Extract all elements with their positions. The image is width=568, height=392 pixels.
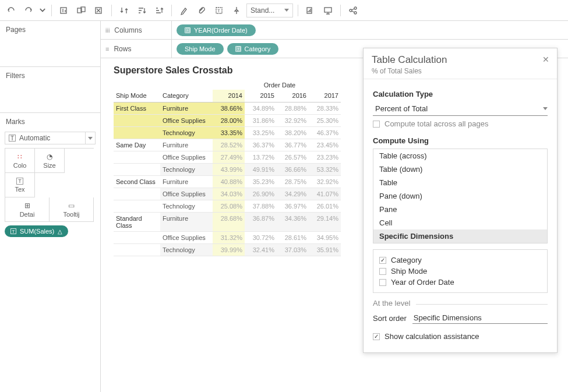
compute-option[interactable]: Pane (down) (373, 189, 547, 203)
data-cell[interactable]: 34.89% (245, 103, 277, 115)
data-cell[interactable]: 28.33% (309, 103, 341, 115)
data-cell[interactable]: 39.99% (213, 244, 245, 256)
sort-order-select[interactable]: Specific Dimensions (412, 312, 548, 324)
data-cell[interactable]: 34.29% (277, 188, 309, 200)
show-me-button[interactable] (303, 3, 318, 17)
attach-button[interactable] (194, 3, 209, 17)
category-cell[interactable]: Technology (160, 200, 213, 213)
data-cell[interactable]: 29.14% (309, 213, 341, 232)
undo-button[interactable] (3, 3, 19, 17)
data-cell[interactable]: 49.91% (245, 164, 277, 176)
ship-mode-cell[interactable] (114, 115, 160, 127)
data-cell[interactable]: 38.20% (277, 127, 309, 139)
data-cell[interactable]: 37.03% (277, 244, 309, 256)
redo-dropdown[interactable] (38, 3, 47, 17)
data-cell[interactable]: 23.45% (309, 139, 341, 151)
data-cell[interactable]: 31.32% (213, 232, 245, 244)
category-cell[interactable]: Technology (160, 127, 213, 139)
data-cell[interactable]: 28.68% (213, 213, 245, 232)
ship-mode-cell[interactable]: Same Day (114, 139, 160, 151)
column-header[interactable]: Category (160, 90, 213, 103)
data-cell[interactable]: 23.23% (309, 151, 341, 164)
column-header[interactable]: 2014 (213, 90, 245, 103)
category-cell[interactable]: Office Supplies (160, 232, 213, 244)
clear-sheet-button[interactable] (91, 3, 107, 17)
data-cell[interactable]: 26.01% (309, 200, 341, 213)
sort-asc-button[interactable] (134, 3, 149, 17)
data-cell[interactable]: 31.86% (245, 115, 277, 127)
sort-desc-button[interactable] (151, 3, 167, 17)
data-cell[interactable]: 38.66% (213, 103, 245, 115)
filters-shelf[interactable] (0, 82, 100, 112)
fit-select[interactable]: Stand... (246, 3, 293, 17)
data-cell[interactable]: 28.00% (213, 115, 245, 127)
category-cell[interactable]: Office Supplies (160, 115, 213, 127)
ship-mode-cell[interactable] (114, 244, 160, 256)
data-cell[interactable]: 41.07% (309, 188, 341, 200)
ship-mode-cell[interactable] (114, 127, 160, 139)
compute-option[interactable]: Cell (373, 216, 547, 229)
ship-mode-cell[interactable] (114, 188, 160, 200)
data-cell[interactable]: 36.97% (277, 200, 309, 213)
compute-using-listbox[interactable]: Table (across)Table (down)TablePane (dow… (373, 149, 548, 243)
label-button[interactable]: T (211, 3, 227, 17)
new-sheet-button[interactable] (57, 3, 72, 17)
ship-mode-cell[interactable] (114, 232, 160, 244)
data-cell[interactable]: 28.75% (277, 176, 309, 188)
data-cell[interactable]: 32.92% (277, 115, 309, 127)
data-cell[interactable]: 26.57% (277, 151, 309, 164)
data-cell[interactable]: 46.37% (309, 127, 341, 139)
category-cell[interactable]: Furniture (160, 176, 213, 188)
data-cell[interactable]: 33.25% (245, 127, 277, 139)
data-cell[interactable]: 37.88% (245, 200, 277, 213)
compute-option[interactable]: Table (down) (373, 163, 547, 176)
ship-mode-cell[interactable] (114, 164, 160, 176)
dimension-checkbox[interactable]: Year of Order Date (379, 278, 541, 287)
compute-option[interactable]: Table (across) (373, 149, 547, 163)
data-cell[interactable]: 34.03% (213, 188, 245, 200)
data-cell[interactable]: 32.41% (245, 244, 277, 256)
marks-pill-sum-sales[interactable]: T SUM(Sales) △ (5, 225, 68, 237)
category-cell[interactable]: Furniture (160, 213, 213, 232)
dialog-close-button[interactable]: ✕ (541, 54, 551, 65)
category-cell[interactable]: Technology (160, 244, 213, 256)
duplicate-sheet-button[interactable] (74, 3, 89, 17)
swap-button[interactable] (117, 3, 132, 17)
color-card[interactable]: ∷Colo (5, 149, 35, 173)
data-cell[interactable]: 25.08% (213, 200, 245, 213)
data-cell[interactable]: 27.49% (213, 151, 245, 164)
column-header[interactable]: 2016 (277, 90, 309, 103)
detail-card[interactable]: ⊞Detai (5, 197, 50, 222)
compute-option[interactable]: Table (373, 176, 547, 189)
data-cell[interactable]: 34.36% (277, 213, 309, 232)
data-cell[interactable]: 28.52% (213, 139, 245, 151)
text-card[interactable]: TTex (5, 173, 35, 197)
compute-option[interactable]: Pane (373, 203, 547, 216)
ship-mode-cell[interactable]: Second Class (114, 176, 160, 188)
data-cell[interactable]: 40.88% (213, 176, 245, 188)
ship-mode-cell[interactable]: First Class (114, 103, 160, 115)
category-cell[interactable]: Technology (160, 164, 213, 176)
data-cell[interactable]: 36.66% (277, 164, 309, 176)
data-cell[interactable]: 28.61% (277, 232, 309, 244)
data-cell[interactable]: 36.77% (277, 139, 309, 151)
data-cell[interactable]: 43.99% (213, 164, 245, 176)
category-cell[interactable]: Office Supplies (160, 188, 213, 200)
mark-type-select[interactable]: T Automatic (5, 132, 96, 144)
tooltip-card[interactable]: ▭Tooltij (50, 197, 94, 222)
rows-pill-shipmode[interactable]: Ship Mode (177, 43, 224, 55)
data-cell[interactable]: 35.91% (309, 244, 341, 256)
columns-pill-year[interactable]: ⊞YEAR(Order Date) (177, 24, 256, 36)
redo-button[interactable] (21, 3, 36, 17)
data-cell[interactable]: 30.72% (245, 232, 277, 244)
category-cell[interactable]: Office Supplies (160, 151, 213, 164)
data-cell[interactable]: 53.32% (309, 164, 341, 176)
column-header[interactable]: 2015 (245, 90, 277, 103)
data-cell[interactable]: 32.92% (309, 176, 341, 188)
category-cell[interactable]: Furniture (160, 103, 213, 115)
pin-button[interactable] (229, 3, 244, 17)
compute-option[interactable]: Specific Dimensions (373, 229, 547, 243)
rows-pill-category[interactable]: ⊞Category (227, 43, 279, 55)
highlight-button[interactable] (177, 3, 192, 17)
data-cell[interactable]: 28.88% (277, 103, 309, 115)
